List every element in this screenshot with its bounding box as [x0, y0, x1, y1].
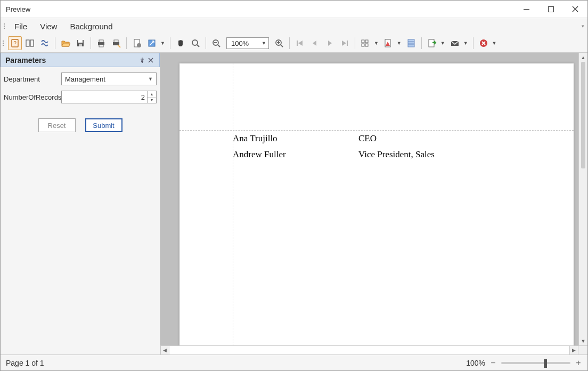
prev-page-button[interactable]: [308, 36, 322, 50]
toolbar-grip-icon: [3, 41, 4, 46]
zoom-combo[interactable]: 100% ▼: [226, 37, 269, 49]
number-of-records-value: 2: [65, 93, 147, 101]
zoom-in-button[interactable]: [272, 36, 286, 50]
body: Parameters Department Management ▼: [1, 53, 587, 354]
report-page: Ana Trujillo CEO Andrew Fuller Vice Pres…: [179, 63, 574, 345]
scale-dropdown[interactable]: ▼: [145, 36, 167, 50]
svg-rect-15: [114, 40, 118, 42]
margin-guide-horizontal: [179, 130, 574, 131]
svg-line-27: [281, 45, 283, 47]
save-button[interactable]: [74, 36, 87, 50]
find-button[interactable]: [38, 36, 52, 50]
menu-background[interactable]: Background: [63, 20, 119, 33]
department-value: Management: [65, 75, 105, 83]
svg-rect-7: [30, 40, 34, 46]
document-viewer: Ana Trujillo CEO Andrew Fuller Vice Pres…: [160, 53, 587, 354]
scroll-down-icon[interactable]: ▼: [579, 336, 587, 345]
scroll-up-icon[interactable]: ▲: [579, 53, 587, 62]
chevron-down-icon: ▼: [262, 41, 266, 46]
open-button[interactable]: [59, 36, 72, 50]
svg-rect-10: [79, 44, 82, 46]
status-bar: Page 1 of 1 100% − +: [1, 354, 587, 370]
zoom-control: 100% − +: [466, 358, 582, 368]
page-status: Page 1 of 1: [6, 359, 44, 367]
svg-rect-12: [99, 40, 103, 42]
close-preview-dropdown[interactable]: ▼: [477, 36, 499, 50]
svg-line-20: [197, 45, 199, 47]
svg-rect-6: [26, 40, 29, 46]
page-color-dropdown[interactable]: ▼: [381, 36, 403, 50]
status-zoom-value: 100%: [466, 359, 485, 367]
toolbar: ? ▼: [1, 34, 587, 53]
zoom-out-button[interactable]: [209, 36, 223, 50]
scroll-right-icon[interactable]: ▶: [569, 346, 578, 354]
parameters-toggle-button[interactable]: ?: [8, 36, 22, 50]
close-button[interactable]: [563, 1, 587, 18]
menu-file[interactable]: File: [8, 20, 34, 33]
report-cell-title: Vice President, Sales: [358, 149, 435, 160]
svg-rect-13: [99, 45, 103, 47]
pin-icon[interactable]: [138, 57, 146, 63]
last-page-button[interactable]: [338, 36, 352, 50]
svg-rect-30: [362, 40, 364, 43]
parameters-panel: Parameters Department Management ▼: [1, 53, 160, 354]
viewer-scroll: Ana Trujillo CEO Andrew Fuller Vice Pres…: [160, 53, 587, 345]
report-cell-title: CEO: [358, 133, 377, 144]
svg-rect-33: [365, 44, 368, 46]
report-row: Ana Trujillo CEO: [233, 133, 377, 144]
parameters-panel-header: Parameters: [1, 53, 160, 67]
panel-close-icon[interactable]: [146, 58, 155, 63]
svg-rect-31: [365, 40, 368, 43]
reset-button[interactable]: Reset: [38, 118, 76, 132]
spin-down-button[interactable]: ▼: [148, 97, 156, 103]
maximize-button[interactable]: [538, 1, 563, 18]
multipage-dropdown[interactable]: ▼: [358, 36, 380, 50]
watermark-button[interactable]: [404, 36, 418, 50]
field-row-number-of-records: NumberOfRecords 2 ▲ ▼: [4, 91, 157, 103]
svg-rect-9: [78, 40, 83, 43]
preview-window: Preview File View Background ▾ ?: [0, 0, 588, 371]
report-row: Andrew Fuller Vice President, Sales: [233, 149, 435, 160]
magnifier-button[interactable]: [189, 36, 202, 50]
chevron-down-icon: ▼: [148, 76, 153, 82]
spin-buttons: ▲ ▼: [147, 91, 156, 103]
window-controls: [514, 1, 587, 18]
page-setup-button[interactable]: [130, 36, 144, 50]
scroll-left-icon[interactable]: ◀: [160, 346, 169, 354]
number-of-records-input[interactable]: 2 ▲ ▼: [61, 91, 157, 103]
horizontal-scrollbar[interactable]: ◀ ▶: [160, 345, 587, 354]
vertical-scrollbar[interactable]: ▲ ▼: [578, 53, 587, 345]
report-cell-name: Andrew Fuller: [233, 149, 358, 160]
scroll-track[interactable]: [169, 346, 569, 354]
hand-tool-button[interactable]: [174, 36, 187, 50]
zoom-slider[interactable]: [501, 362, 570, 364]
scroll-corner: [578, 346, 587, 354]
zoom-in-icon[interactable]: +: [575, 358, 582, 368]
quick-print-button[interactable]: [109, 36, 123, 50]
zoom-out-icon[interactable]: −: [489, 358, 497, 368]
spin-up-button[interactable]: ▲: [148, 91, 156, 97]
scroll-thumb[interactable]: [581, 62, 585, 168]
svg-rect-32: [362, 44, 364, 46]
minimize-button[interactable]: [514, 1, 538, 18]
svg-line-23: [218, 45, 220, 47]
next-page-button[interactable]: [323, 36, 337, 50]
menu-view[interactable]: View: [34, 20, 63, 33]
document-area[interactable]: Ana Trujillo CEO Andrew Fuller Vice Pres…: [160, 53, 578, 345]
toolbar-grip-icon: [4, 23, 5, 29]
department-dropdown[interactable]: Management ▼: [61, 72, 157, 85]
send-dropdown[interactable]: ▼: [448, 36, 470, 50]
report-cell-name: Ana Trujillo: [233, 133, 358, 144]
thumbnails-button[interactable]: [23, 36, 37, 50]
zoom-slider-knob[interactable]: [544, 359, 547, 368]
submit-button[interactable]: Submit: [85, 118, 123, 132]
first-page-button[interactable]: [293, 36, 307, 50]
export-dropdown[interactable]: ▼: [425, 36, 447, 50]
svg-rect-1: [548, 6, 553, 12]
parameters-panel-body: Department Management ▼ NumberOfRecords …: [1, 67, 160, 354]
margin-guide-vertical: [233, 63, 233, 345]
print-button[interactable]: [94, 36, 108, 50]
menu-overflow-icon[interactable]: ▾: [582, 23, 584, 29]
window-title: Preview: [6, 5, 30, 13]
department-label: Department: [4, 75, 61, 83]
